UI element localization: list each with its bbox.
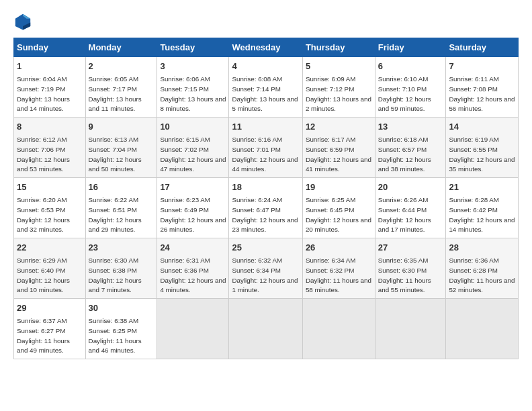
col-sunday: Sunday — [14, 38, 86, 57]
table-cell: 20Sunrise: 6:26 AMSunset: 6:44 PMDayligh… — [375, 178, 446, 238]
table-cell — [157, 299, 229, 359]
table-cell — [446, 299, 519, 359]
table-cell: 11Sunrise: 6:16 AMSunset: 7:01 PMDayligh… — [229, 118, 302, 178]
col-saturday: Saturday — [446, 38, 519, 57]
table-cell: 1Sunrise: 6:04 AMSunset: 7:19 PMDaylight… — [14, 57, 86, 118]
table-cell: 26Sunrise: 6:34 AMSunset: 6:32 PMDayligh… — [302, 238, 375, 299]
table-cell: 14Sunrise: 6:19 AMSunset: 6:55 PMDayligh… — [446, 118, 519, 178]
table-cell — [302, 299, 375, 359]
calendar-row: 29Sunrise: 6:37 AMSunset: 6:27 PMDayligh… — [14, 299, 519, 359]
table-cell: 6Sunrise: 6:10 AMSunset: 7:10 PMDaylight… — [375, 57, 446, 118]
table-cell: 13Sunrise: 6:18 AMSunset: 6:57 PMDayligh… — [375, 118, 446, 178]
col-wednesday: Wednesday — [229, 38, 302, 57]
logo-icon — [13, 12, 32, 31]
table-cell: 15Sunrise: 6:20 AMSunset: 6:53 PMDayligh… — [14, 178, 86, 238]
table-cell: 9Sunrise: 6:13 AMSunset: 7:04 PMDaylight… — [85, 118, 157, 178]
calendar-row: 15Sunrise: 6:20 AMSunset: 6:53 PMDayligh… — [14, 178, 519, 238]
col-friday: Friday — [375, 38, 446, 57]
table-cell: 23Sunrise: 6:30 AMSunset: 6:38 PMDayligh… — [85, 238, 157, 299]
calendar-row: 22Sunrise: 6:29 AMSunset: 6:40 PMDayligh… — [14, 238, 519, 299]
table-cell: 30Sunrise: 6:38 AMSunset: 6:25 PMDayligh… — [85, 299, 157, 359]
calendar-table: Sunday Monday Tuesday Wednesday Thursday… — [13, 38, 519, 359]
table-cell: 18Sunrise: 6:24 AMSunset: 6:47 PMDayligh… — [229, 178, 302, 238]
table-cell: 28Sunrise: 6:36 AMSunset: 6:28 PMDayligh… — [446, 238, 519, 299]
table-cell: 22Sunrise: 6:29 AMSunset: 6:40 PMDayligh… — [14, 238, 86, 299]
table-cell: 21Sunrise: 6:28 AMSunset: 6:42 PMDayligh… — [446, 178, 519, 238]
calendar-row: 1Sunrise: 6:04 AMSunset: 7:19 PMDaylight… — [14, 57, 519, 118]
logo — [13, 12, 35, 31]
table-cell: 27Sunrise: 6:35 AMSunset: 6:30 PMDayligh… — [375, 238, 446, 299]
table-cell: 19Sunrise: 6:25 AMSunset: 6:45 PMDayligh… — [302, 178, 375, 238]
col-monday: Monday — [85, 38, 157, 57]
col-thursday: Thursday — [302, 38, 375, 57]
table-cell: 4Sunrise: 6:08 AMSunset: 7:14 PMDaylight… — [229, 57, 302, 118]
col-tuesday: Tuesday — [157, 38, 229, 57]
header-row: Sunday Monday Tuesday Wednesday Thursday… — [14, 38, 519, 57]
table-cell: 5Sunrise: 6:09 AMSunset: 7:12 PMDaylight… — [302, 57, 375, 118]
table-cell — [229, 299, 302, 359]
table-cell: 10Sunrise: 6:15 AMSunset: 7:02 PMDayligh… — [157, 118, 229, 178]
table-cell: 17Sunrise: 6:23 AMSunset: 6:49 PMDayligh… — [157, 178, 229, 238]
header — [13, 12, 519, 31]
table-cell: 8Sunrise: 6:12 AMSunset: 7:06 PMDaylight… — [14, 118, 86, 178]
table-cell: 7Sunrise: 6:11 AMSunset: 7:08 PMDaylight… — [446, 57, 519, 118]
table-cell: 29Sunrise: 6:37 AMSunset: 6:27 PMDayligh… — [14, 299, 86, 359]
table-cell: 12Sunrise: 6:17 AMSunset: 6:59 PMDayligh… — [302, 118, 375, 178]
table-cell: 3Sunrise: 6:06 AMSunset: 7:15 PMDaylight… — [157, 57, 229, 118]
table-cell: 16Sunrise: 6:22 AMSunset: 6:51 PMDayligh… — [85, 178, 157, 238]
table-cell: 24Sunrise: 6:31 AMSunset: 6:36 PMDayligh… — [157, 238, 229, 299]
calendar-row: 8Sunrise: 6:12 AMSunset: 7:06 PMDaylight… — [14, 118, 519, 178]
page: Sunday Monday Tuesday Wednesday Thursday… — [0, 0, 532, 411]
table-cell: 25Sunrise: 6:32 AMSunset: 6:34 PMDayligh… — [229, 238, 302, 299]
table-cell: 2Sunrise: 6:05 AMSunset: 7:17 PMDaylight… — [85, 57, 157, 118]
table-cell — [375, 299, 446, 359]
